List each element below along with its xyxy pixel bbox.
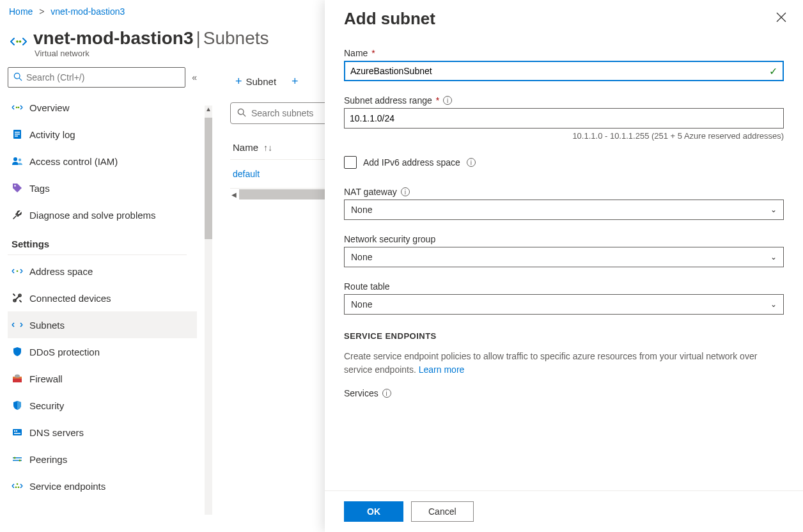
nsg-label: Network security group <box>344 234 784 244</box>
scroll-left-icon[interactable]: ◀ <box>230 191 238 198</box>
svg-point-13 <box>17 270 19 272</box>
close-icon <box>776 12 786 22</box>
wrench-icon <box>12 209 23 221</box>
svg-rect-8 <box>15 134 20 135</box>
svg-point-25 <box>17 483 19 485</box>
nav-label: DNS servers <box>29 427 84 438</box>
svg-point-18 <box>15 375 20 378</box>
nav-tags[interactable]: Tags <box>8 175 197 201</box>
subnets-icon <box>12 319 23 331</box>
panel-title: Add subnet <box>344 9 435 29</box>
col-name-header[interactable]: Name <box>233 142 258 153</box>
breadcrumb-current[interactable]: vnet-mod-bastion3 <box>51 6 125 17</box>
nav-security[interactable]: Security <box>8 392 197 419</box>
close-panel-button[interactable] <box>774 10 789 28</box>
svg-point-26 <box>15 487 17 489</box>
svg-rect-20 <box>14 430 15 432</box>
info-icon[interactable]: i <box>443 96 452 105</box>
nav-label: Activity log <box>29 129 75 140</box>
add-gateway-subnet-button[interactable]: + <box>286 72 304 91</box>
nav-label: Address space <box>29 266 93 277</box>
nav-label: Service endpoints <box>29 481 105 492</box>
sidebar-search[interactable] <box>8 67 185 88</box>
nav-activity-log[interactable]: Activity log <box>8 121 197 148</box>
vnet-small-icon <box>12 102 23 113</box>
sidebar-search-input[interactable] <box>26 72 180 82</box>
info-icon[interactable]: i <box>401 187 410 196</box>
required-indicator: * <box>371 48 375 58</box>
cancel-button[interactable]: Cancel <box>411 501 474 522</box>
nav-peerings[interactable]: Peerings <box>8 446 197 473</box>
info-icon[interactable]: i <box>382 389 391 398</box>
services-label: Services i <box>344 388 784 398</box>
info-icon[interactable]: i <box>467 158 476 167</box>
collapse-sidebar-button[interactable]: « <box>192 72 197 82</box>
nsg-select[interactable]: None ⌄ <box>344 247 784 267</box>
svg-point-27 <box>18 487 20 489</box>
dropdown-value: None <box>351 205 372 215</box>
panel-footer: OK Cancel <box>325 490 803 532</box>
peerings-icon <box>12 453 23 465</box>
valid-check-icon: ✓ <box>769 65 777 77</box>
breadcrumb-home[interactable]: Home <box>9 6 33 17</box>
nav-overview[interactable]: Overview <box>8 94 197 121</box>
toolbar-label: Subnet <box>246 76 277 87</box>
plus-icon: + <box>235 75 242 88</box>
nav-subnets[interactable]: Subnets <box>8 311 197 338</box>
svg-point-4 <box>16 107 18 109</box>
ipv6-checkbox[interactable] <box>344 156 357 169</box>
svg-line-3 <box>19 78 22 81</box>
search-icon <box>13 72 22 83</box>
tag-icon <box>12 182 23 194</box>
svg-point-28 <box>238 109 244 114</box>
svg-point-23 <box>14 457 16 459</box>
dns-icon <box>12 426 23 438</box>
chevron-down-icon: ⌄ <box>770 300 777 309</box>
svg-point-10 <box>13 157 17 161</box>
service-endpoints-heading: SERVICE ENDPOINTS <box>344 331 784 341</box>
dropdown-value: None <box>351 252 372 262</box>
svg-point-24 <box>19 460 21 462</box>
nav-label: Subnets <box>29 320 65 331</box>
nav-label: Security <box>29 400 64 411</box>
page-section-name: Subnets <box>203 28 269 49</box>
nat-gateway-select[interactable]: None ⌄ <box>344 199 784 220</box>
nav-label: Access control (IAM) <box>29 156 118 167</box>
firewall-icon <box>12 373 23 384</box>
svg-point-11 <box>19 159 21 161</box>
ok-button[interactable]: OK <box>344 501 403 522</box>
subnet-filter[interactable] <box>230 102 339 124</box>
nav-address-space[interactable]: Address space <box>8 258 197 285</box>
range-help-text: 10.1.1.0 - 10.1.1.255 (251 + 5 Azure res… <box>344 131 784 141</box>
subnet-range-input[interactable] <box>344 108 784 129</box>
add-subnet-button[interactable]: + Subnet <box>230 72 281 91</box>
nav-firewall[interactable]: Firewall <box>8 365 197 392</box>
page-section: | <box>196 28 200 49</box>
breadcrumb-separator: > <box>39 6 44 17</box>
svg-point-1 <box>19 40 22 43</box>
svg-rect-19 <box>13 429 22 435</box>
nav-ddos[interactable]: DDoS protection <box>8 338 197 365</box>
subnet-name-input[interactable] <box>344 61 784 81</box>
nav-diagnose[interactable]: Diagnose and solve problems <box>8 201 197 228</box>
settings-section-title: Settings <box>8 228 187 255</box>
subnet-link-default[interactable]: default <box>233 169 260 179</box>
chevron-down-icon: ⌄ <box>770 205 777 214</box>
nav-connected-devices[interactable]: Connected devices <box>8 285 197 311</box>
sort-icon[interactable]: ↑↓ <box>263 143 272 153</box>
ipv6-label: Add IPv6 address space <box>363 157 460 168</box>
search-icon <box>237 108 246 119</box>
address-icon <box>12 265 23 277</box>
route-table-select[interactable]: None ⌄ <box>344 294 784 315</box>
nav-label: Overview <box>29 102 70 113</box>
nav-access-control[interactable]: Access control (IAM) <box>8 148 197 175</box>
log-icon <box>12 129 23 140</box>
page-subtitle: Virtual network <box>35 49 269 58</box>
nav-service-endpoints[interactable]: Service endpoints <box>8 473 197 499</box>
nav-dns[interactable]: DNS servers <box>8 419 197 446</box>
add-subnet-panel: Add subnet Name * ✓ Subnet address range… <box>325 0 803 532</box>
learn-more-link[interactable]: Learn more <box>419 364 465 375</box>
nav-label: Tags <box>29 183 50 194</box>
dropdown-value: None <box>351 299 372 309</box>
chevron-down-icon: ⌄ <box>770 253 777 262</box>
